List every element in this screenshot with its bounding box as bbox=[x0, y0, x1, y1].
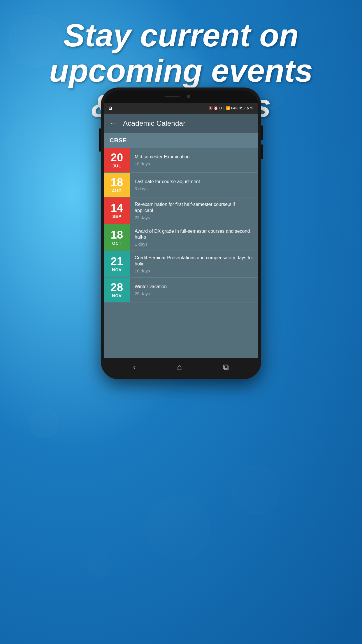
event-day-5: 28 bbox=[111, 282, 123, 293]
status-right: 🔇 ⏰ LTE 📶 64% 3:17 p.m. bbox=[208, 106, 254, 110]
phone-camera bbox=[187, 95, 190, 98]
calendar-event-0[interactable]: 20JULMid semester Examination18 days bbox=[104, 148, 258, 173]
mute-icon: 🔇 bbox=[208, 106, 213, 110]
event-title-4: Credit Seminar Presentations and compens… bbox=[135, 255, 254, 267]
event-day-1: 18 bbox=[111, 177, 123, 188]
event-info-4: Credit Seminar Presentations and compens… bbox=[130, 251, 258, 277]
back-button[interactable]: ← bbox=[110, 119, 117, 128]
event-title-2: Re-examination for first half-semester c… bbox=[135, 202, 254, 214]
date-badge-3: 18OCT bbox=[104, 224, 130, 251]
power-button bbox=[99, 128, 101, 152]
volume-up-button bbox=[261, 125, 263, 140]
battery-label: 64% bbox=[231, 106, 238, 110]
app-bar: ← Academic Calendar bbox=[104, 114, 258, 133]
event-info-5: Winter vacation29 days bbox=[130, 278, 258, 302]
event-month-4: NOV bbox=[112, 267, 122, 272]
alarm-icon: ⏰ bbox=[214, 106, 218, 110]
date-badge-5: 28NOV bbox=[104, 278, 130, 302]
event-day-0: 20 bbox=[111, 152, 123, 163]
event-month-0: JUL bbox=[113, 164, 121, 168]
nav-back-button[interactable]: ‹ bbox=[133, 363, 136, 372]
calendar-event-4[interactable]: 21NOVCredit Seminar Presentations and co… bbox=[104, 251, 258, 278]
nav-recents-button[interactable]: ⧉ bbox=[223, 363, 229, 372]
event-days-1: 3 days bbox=[135, 186, 254, 191]
event-info-1: Last date for course adjustment3 days bbox=[130, 173, 258, 197]
date-badge-1: 18AUG bbox=[104, 173, 130, 197]
event-days-4: 10 days bbox=[135, 268, 254, 273]
lte-label: LTE bbox=[219, 106, 225, 110]
event-month-3: OCT bbox=[112, 241, 122, 246]
date-badge-2: 14SEP bbox=[104, 197, 130, 224]
app-title: Academic Calendar bbox=[123, 119, 186, 127]
nav-home-button[interactable]: ⌂ bbox=[177, 363, 182, 372]
events-list: 20JULMid semester Examination18 days18AU… bbox=[104, 148, 258, 302]
calendar-event-3[interactable]: 18OCTAward of DX grade in full-semester … bbox=[104, 224, 258, 251]
event-title-5: Winter vacation bbox=[135, 284, 254, 290]
status-left: 🖼 bbox=[108, 106, 112, 111]
phone-camera-area bbox=[104, 90, 258, 103]
phone-screen: 🖼 🔇 ⏰ LTE 📶 64% 3:17 p.m. ← Academic Cal… bbox=[104, 90, 258, 376]
status-bar: 🖼 🔇 ⏰ LTE 📶 64% 3:17 p.m. bbox=[104, 103, 258, 114]
event-day-3: 18 bbox=[111, 229, 123, 240]
event-month-1: AUG bbox=[112, 188, 122, 193]
event-days-0: 18 days bbox=[135, 161, 254, 166]
header-line2: upcoming events bbox=[49, 52, 313, 88]
phone-speaker bbox=[165, 96, 180, 97]
event-day-4: 21 bbox=[111, 256, 123, 267]
event-info-3: Award of DX grade in full-semester cours… bbox=[130, 224, 258, 251]
header-line1: Stay current on bbox=[64, 17, 299, 53]
date-badge-4: 21NOV bbox=[104, 251, 130, 277]
notification-icon: 🖼 bbox=[108, 106, 112, 111]
event-title-0: Mid semester Examination bbox=[135, 154, 254, 160]
screen-content: CBSE 20JULMid semester Examination18 day… bbox=[104, 133, 258, 358]
date-badge-0: 20JUL bbox=[104, 148, 130, 172]
event-title-3: Award of DX grade in full-semester cours… bbox=[135, 228, 254, 241]
calendar-event-5[interactable]: 28NOVWinter vacation29 days bbox=[104, 278, 258, 302]
event-info-2: Re-examination for first half-semester c… bbox=[130, 197, 258, 224]
section-header: CBSE bbox=[104, 133, 258, 148]
bottom-nav: ‹ ⌂ ⧉ bbox=[104, 358, 258, 376]
calendar-event-2[interactable]: 14SEPRe-examination for first half-semes… bbox=[104, 197, 258, 224]
event-month-2: SEP bbox=[112, 214, 121, 219]
event-days-2: 22 days bbox=[135, 215, 254, 220]
wifi-icon: 📶 bbox=[226, 106, 230, 110]
event-days-5: 29 days bbox=[135, 291, 254, 296]
phone-frame: 🖼 🔇 ⏰ LTE 📶 64% 3:17 p.m. ← Academic Cal… bbox=[101, 88, 261, 379]
event-info-0: Mid semester Examination18 days bbox=[130, 148, 258, 172]
volume-down-button bbox=[261, 144, 263, 159]
calendar-event-1[interactable]: 18AUGLast date for course adjustment3 da… bbox=[104, 173, 258, 197]
event-month-5: NOV bbox=[112, 293, 122, 298]
event-days-3: 1 days bbox=[135, 242, 254, 246]
event-title-1: Last date for course adjustment bbox=[135, 179, 254, 185]
time-label: 3:17 p.m. bbox=[239, 106, 254, 110]
event-day-2: 14 bbox=[111, 202, 123, 214]
